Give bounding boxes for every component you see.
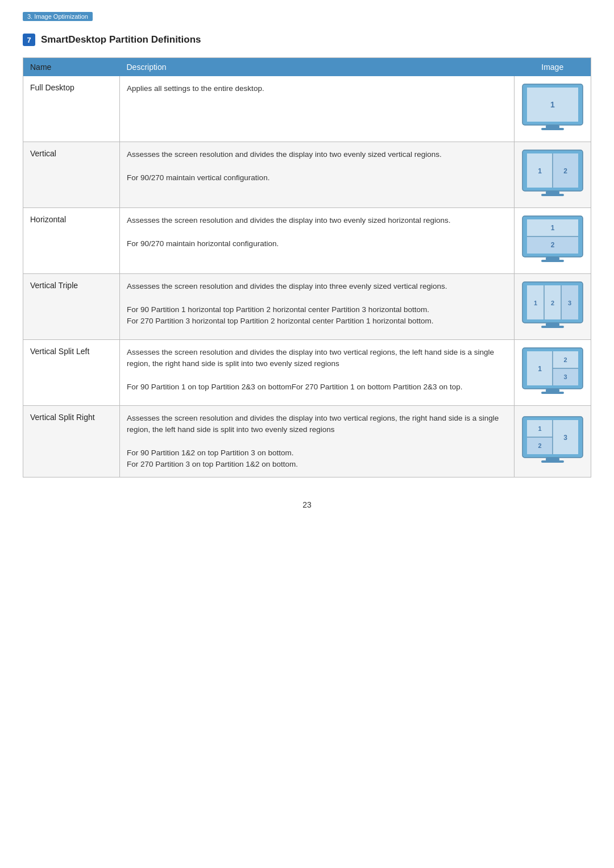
partition-image: 1 2 3: [515, 340, 591, 406]
svg-rect-53: [541, 460, 564, 463]
partition-image: 1: [515, 76, 591, 142]
col-header-description: Description: [120, 58, 515, 77]
svg-text:1: 1: [538, 365, 542, 373]
table-row: Full DesktopApplies all settings to the …: [23, 76, 591, 142]
svg-text:2: 2: [551, 241, 555, 249]
table-row: Vertical Split LeftAssesses the screen r…: [23, 340, 591, 406]
partition-definitions-table: Name Description Image Full DesktopAppli…: [23, 57, 591, 477]
svg-text:1: 1: [538, 425, 541, 432]
svg-rect-31: [541, 326, 564, 328]
partition-name: Vertical Triple: [23, 274, 120, 340]
partition-name: Vertical Split Left: [23, 340, 120, 406]
svg-text:3: 3: [568, 300, 571, 306]
svg-text:2: 2: [563, 167, 567, 175]
table-row: VerticalAssesses the screen resolution a…: [23, 142, 591, 208]
table-row: Vertical Split RightAssesses the screen …: [23, 406, 591, 477]
svg-rect-4: [541, 128, 564, 130]
breadcrumb: 3. Image Optimization: [23, 12, 93, 21]
partition-description: Assesses the screen resolution and divid…: [120, 142, 515, 208]
svg-text:2: 2: [551, 300, 554, 306]
partition-name: Vertical Split Right: [23, 406, 120, 477]
partition-description: Assesses the screen resolution and divid…: [120, 208, 515, 274]
partition-name: Horizontal: [23, 208, 120, 274]
partition-image: 1 2 3: [515, 406, 591, 477]
col-header-name: Name: [23, 58, 120, 77]
table-row: HorizontalAssesses the screen resolution…: [23, 208, 591, 274]
svg-text:1: 1: [534, 300, 537, 306]
partition-description: Applies all settings to the entire deskt…: [120, 76, 515, 142]
svg-text:3: 3: [563, 373, 567, 380]
partition-name: Full Desktop: [23, 76, 120, 142]
partition-description: Assesses the screen resolution and divid…: [120, 274, 515, 340]
svg-rect-42: [541, 392, 564, 394]
svg-rect-20: [541, 260, 564, 262]
svg-text:1: 1: [538, 167, 542, 175]
section-number: 7: [23, 34, 35, 46]
svg-text:2: 2: [538, 442, 541, 449]
partition-description: Assesses the screen resolution and divid…: [120, 340, 515, 406]
svg-text:1: 1: [551, 224, 555, 232]
partition-image: 1 2 3: [515, 274, 591, 340]
table-row: Vertical TripleAssesses the screen resol…: [23, 274, 591, 340]
partition-image: 1 2: [515, 208, 591, 274]
svg-text:3: 3: [563, 434, 567, 442]
partition-name: Vertical: [23, 142, 120, 208]
svg-rect-12: [541, 194, 564, 196]
col-header-image: Image: [515, 58, 591, 77]
svg-text:2: 2: [563, 356, 567, 363]
page-number: 23: [23, 500, 591, 509]
svg-text:1: 1: [550, 100, 555, 109]
section-title: SmartDesktop Partition Definitions: [41, 34, 201, 45]
partition-image: 1 2: [515, 142, 591, 208]
partition-description: Assesses the screen resolution and divid…: [120, 406, 515, 477]
